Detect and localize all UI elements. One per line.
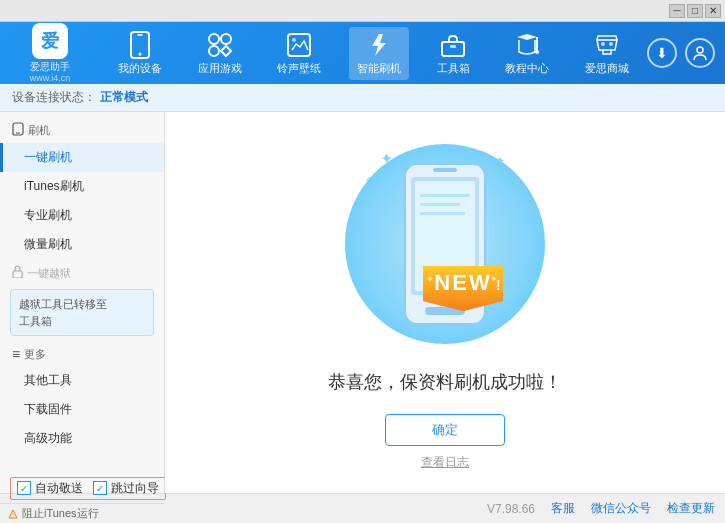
bottom-right: V7.98.66 客服 微信公众号 检查更新: [487, 500, 715, 517]
auto-restart-checkbox[interactable]: ✓ 自动敬送: [17, 480, 83, 497]
sidebar-section-flash: 刷机: [0, 116, 164, 143]
sidebar-item-other-tools[interactable]: 其他工具: [0, 366, 164, 395]
nav-label-apps-games: 应用游戏: [198, 61, 242, 76]
nav-item-toolbox[interactable]: 工具箱: [429, 27, 478, 80]
star-2: ✦: [495, 154, 505, 168]
svg-text:✦: ✦: [426, 274, 434, 284]
svg-rect-23: [433, 168, 457, 172]
sidebar-item-advanced[interactable]: 高级功能: [0, 424, 164, 453]
section-title-flash: 刷机: [28, 123, 50, 138]
close-button[interactable]: ✕: [705, 4, 721, 18]
download-button[interactable]: ⬇: [647, 38, 677, 68]
ringtone-icon: [285, 31, 313, 59]
phone-illustration: ✦ ✦ ✧: [335, 134, 555, 354]
logo[interactable]: 爱 爱思助手 www.i4.cn: [10, 23, 90, 83]
tutorial-icon: [513, 31, 541, 59]
new-badge: ✦ ✦ NEW !: [418, 256, 508, 314]
flash-icon: [365, 31, 393, 59]
nav-items: 我的设备 应用游戏 铃声壁纸: [100, 27, 647, 80]
wechat-link[interactable]: 微信公众号: [591, 500, 651, 517]
sidebar-item-micro-flash[interactable]: 微量刷机: [0, 230, 164, 259]
svg-point-14: [601, 42, 605, 46]
skip-wizard-checkbox[interactable]: ✓ 跳过向导: [93, 480, 159, 497]
section-title-more: 更多: [24, 347, 46, 362]
svg-point-4: [138, 52, 141, 55]
nav-label-ringtone: 铃声壁纸: [277, 61, 321, 76]
phone-icon: [12, 122, 24, 139]
user-button[interactable]: [685, 38, 715, 68]
svg-point-6: [221, 34, 231, 44]
nav-right: ⬇: [647, 38, 715, 68]
svg-point-9: [292, 38, 296, 42]
status-value: 正常模式: [100, 89, 148, 106]
svg-text:!: !: [12, 512, 14, 518]
sidebar-item-pro-flash[interactable]: 专业刷机: [0, 201, 164, 230]
star-1: ✦: [380, 149, 393, 168]
minimize-button[interactable]: ─: [669, 4, 685, 18]
warning-icon: !: [8, 509, 18, 519]
svg-point-7: [209, 46, 219, 56]
status-label: 设备连接状态：: [12, 89, 96, 106]
nav-label-tutorial: 教程中心: [505, 61, 549, 76]
nav-label-smart-flash: 智能刷机: [357, 61, 401, 76]
nav-label-shop: 爱思商城: [585, 61, 629, 76]
svg-text:!: !: [496, 277, 501, 293]
content-area: ✦ ✦ ✧: [165, 112, 725, 493]
section-title-jailbreak: 一键越狱: [27, 266, 71, 281]
sidebar-item-itunes-flash[interactable]: iTunes刷机: [0, 172, 164, 201]
device-icon: [126, 31, 154, 59]
svg-rect-11: [450, 45, 456, 48]
nav-label-my-device: 我的设备: [118, 61, 162, 76]
nav-item-ringtone[interactable]: 铃声壁纸: [269, 27, 329, 80]
secondary-link[interactable]: 查看日志: [421, 454, 469, 471]
svg-point-16: [697, 47, 703, 53]
svg-rect-19: [13, 271, 22, 278]
jailbreak-info-box: 越狱工具已转移至工具箱: [10, 289, 154, 336]
check-update-link[interactable]: 检查更新: [667, 500, 715, 517]
itunes-warning: ! 阻止iTunes运行: [0, 503, 165, 523]
main-layout: 刷机 一键刷机 iTunes刷机 专业刷机 微量刷机 一键越狱 越狱工具已转移至…: [0, 112, 725, 493]
sidebar-section-jailbreak: 一键越狱: [0, 259, 164, 285]
svg-rect-10: [442, 42, 464, 56]
sidebar-section-more: ≡ 更多: [0, 340, 164, 366]
svg-text:NEW: NEW: [434, 270, 491, 295]
version-text: V7.98.66: [487, 502, 535, 516]
more-icon: ≡: [12, 346, 20, 362]
checkbox-skip-wizard[interactable]: ✓: [93, 481, 107, 495]
sidebar-item-download-firmware[interactable]: 下载固件: [0, 395, 164, 424]
svg-point-15: [609, 42, 613, 46]
nav-item-apps-games[interactable]: 应用游戏: [190, 27, 250, 80]
sidebar: 刷机 一键刷机 iTunes刷机 专业刷机 微量刷机 一键越狱 越狱工具已转移至…: [0, 112, 165, 493]
svg-rect-27: [420, 212, 465, 215]
nav-item-smart-flash[interactable]: 智能刷机: [349, 27, 409, 80]
top-nav: 爱 爱思助手 www.i4.cn 我的设备: [0, 22, 725, 84]
logo-text: 爱思助手 www.i4.cn: [30, 61, 71, 83]
checkbox-auto-restart[interactable]: ✓: [17, 481, 31, 495]
maximize-button[interactable]: □: [687, 4, 703, 18]
logo-icon: 爱: [32, 23, 68, 59]
svg-point-13: [535, 50, 539, 54]
nav-item-shop[interactable]: 爱思商城: [577, 27, 637, 80]
customer-service-link[interactable]: 客服: [551, 500, 575, 517]
svg-rect-26: [420, 203, 460, 206]
nav-item-my-device[interactable]: 我的设备: [110, 27, 170, 80]
confirm-button[interactable]: 确定: [385, 414, 505, 446]
nav-label-toolbox: 工具箱: [437, 61, 470, 76]
status-bar: 设备连接状态： 正常模式: [0, 84, 725, 112]
lock-icon: [12, 265, 23, 281]
svg-point-5: [209, 34, 219, 44]
toolbox-icon: [439, 31, 467, 59]
sidebar-item-one-key-flash[interactable]: 一键刷机: [0, 143, 164, 172]
star-3: ✧: [365, 174, 373, 185]
nav-item-tutorial[interactable]: 教程中心: [497, 27, 557, 80]
shop-icon: [593, 31, 621, 59]
title-bar: ─ □ ✕: [0, 0, 725, 22]
apps-icon: [206, 31, 234, 59]
svg-rect-25: [420, 194, 470, 197]
success-text: 恭喜您，保资料刷机成功啦！: [328, 370, 562, 394]
svg-rect-8: [288, 34, 310, 56]
svg-text:爱: 爱: [41, 31, 59, 51]
